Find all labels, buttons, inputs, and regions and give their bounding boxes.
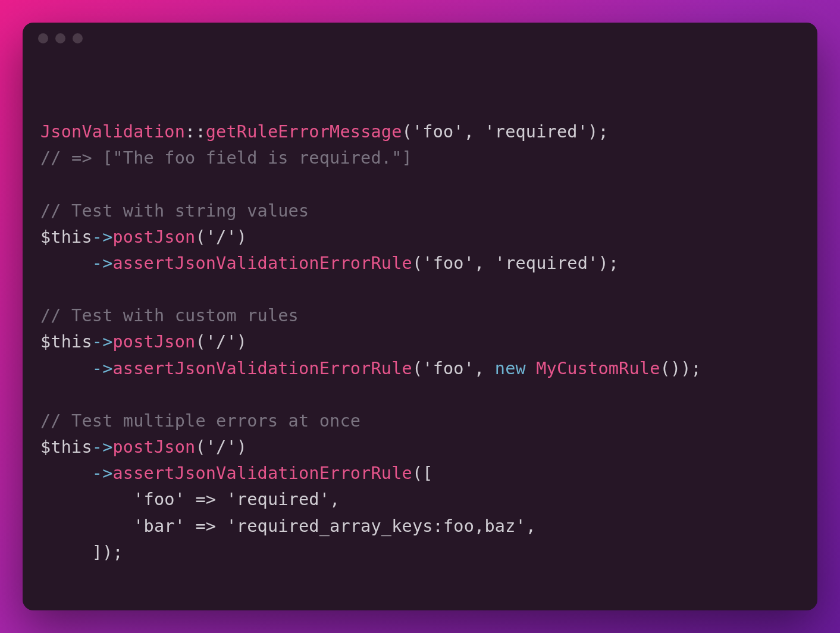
code-line-8: // Test with custom rules: [40, 306, 299, 325]
token-paren: (: [195, 227, 205, 247]
token-paren: (: [412, 359, 422, 378]
token-paren: );: [588, 122, 609, 142]
token-comma: ,: [474, 253, 495, 273]
token-paren: (: [195, 332, 205, 352]
token-arrow: ->: [92, 227, 113, 247]
code-area: JsonValidation::getRuleErrorMessage('foo…: [23, 54, 817, 584]
token-arrow: ->: [92, 437, 113, 457]
token-string: 'foo': [412, 122, 464, 142]
token-arrow: ->: [92, 463, 113, 483]
token-class: MyCustomRule: [536, 359, 660, 378]
token-indent: [40, 463, 92, 483]
token-op: ::: [185, 122, 206, 142]
code-line-6: ->assertJsonValidationErrorRule('foo', '…: [40, 253, 619, 273]
window-titlebar: [23, 23, 817, 54]
token-comma: ,: [464, 122, 485, 142]
close-dot[interactable]: [38, 33, 48, 43]
token-arrow: ->: [92, 332, 113, 352]
token-string: 'required': [484, 122, 588, 142]
token-comma: ,: [474, 359, 495, 378]
token-paren: (: [195, 437, 205, 457]
token-method: assertJsonValidationErrorRule: [113, 463, 412, 483]
code-line-9: $this->postJson('/'): [40, 332, 247, 352]
code-line-13: $this->postJson('/'): [40, 437, 247, 457]
token-keyword: new: [495, 359, 526, 378]
code-line-16: 'bar' => 'required_array_keys:foo,baz',: [40, 516, 536, 536]
token-string: 'required': [495, 253, 598, 273]
token-string: '/': [206, 227, 237, 247]
code-line-2: // => ["The foo field is required."]: [40, 148, 412, 168]
token-var: $this: [40, 227, 92, 247]
token-method: assertJsonValidationErrorRule: [113, 359, 412, 378]
code-line-14: ->assertJsonValidationErrorRule([: [40, 463, 433, 483]
token-string: 'foo': [422, 359, 474, 378]
token-indent: [40, 253, 92, 273]
code-line-5: $this->postJson('/'): [40, 227, 247, 247]
token-paren: (: [412, 253, 422, 273]
token-space: [526, 359, 536, 378]
token-paren: ): [237, 332, 247, 352]
token-method: getRuleErrorMessage: [206, 122, 402, 142]
token-paren: (): [660, 359, 681, 378]
token-string: '/': [206, 332, 237, 352]
token-var: $this: [40, 437, 92, 457]
code-line-12: // Test multiple errors at once: [40, 411, 361, 431]
token-method: assertJsonValidationErrorRule: [113, 253, 412, 273]
token-method: postJson: [113, 332, 196, 352]
token-paren: ): [237, 437, 247, 457]
token-arrow: ->: [92, 253, 113, 273]
token-method: postJson: [113, 227, 196, 247]
token-paren: ): [237, 227, 247, 247]
token-string: '/': [206, 437, 237, 457]
code-window: JsonValidation::getRuleErrorMessage('foo…: [23, 23, 817, 610]
token-paren: ([: [412, 463, 433, 483]
token-var: $this: [40, 332, 92, 352]
token-method: postJson: [113, 437, 196, 457]
token-indent: [40, 359, 92, 378]
token-paren: );: [681, 359, 701, 378]
code-line-17: ]);: [40, 543, 123, 562]
token-paren: (: [402, 122, 412, 142]
minimize-dot[interactable]: [55, 33, 65, 43]
code-line-1: JsonValidation::getRuleErrorMessage('foo…: [40, 122, 609, 142]
code-line-10: ->assertJsonValidationErrorRule('foo', n…: [40, 359, 701, 378]
token-arrow: ->: [92, 359, 113, 378]
token-class: JsonValidation: [40, 122, 185, 142]
zoom-dot[interactable]: [73, 33, 83, 43]
token-paren: );: [598, 253, 619, 273]
code-line-4: // Test with string values: [40, 201, 309, 221]
code-line-15: 'foo' => 'required',: [40, 490, 340, 509]
token-string: 'foo': [422, 253, 474, 273]
